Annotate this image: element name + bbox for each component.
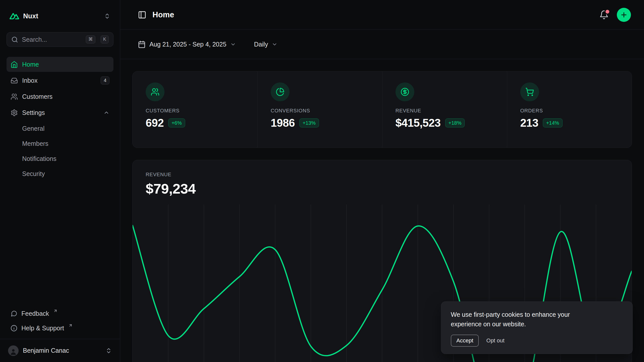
footer-link-label: Feedback [21,310,49,317]
circle-dollar-icon [395,82,414,101]
notification-dot [606,10,609,14]
chevron-down-icon [272,41,277,47]
stat-conversions[interactable]: CONVERSIONS 1986 +13% [257,71,382,148]
sidebar-item-label: Security [22,170,45,177]
period-select[interactable]: Daily [254,41,278,48]
external-link-icon [68,323,73,328]
stat-delta-badge: +13% [299,118,319,127]
cart-icon [520,82,539,101]
cookie-optout-button[interactable]: Opt out [481,335,509,347]
sidebar-item-settings[interactable]: Settings [7,105,113,120]
kbd-meta-key: ⌘ [86,35,95,43]
help-support-link[interactable]: Help & Support [7,321,113,335]
stat-delta-badge: +18% [445,118,465,127]
sidebar-item-general[interactable]: General [7,121,113,136]
stats-row: CUSTOMERS 692 +6% CONVERSIONS 1986 +13% [132,71,632,148]
inbox-count-badge: 4 [101,76,109,85]
user-name: Benjamin Canac [23,347,101,354]
date-range-label: Aug 21, 2025 - Sep 4, 2025 [149,41,226,48]
sidebar: Nuxt Search... ⌘ K Home [0,0,120,362]
search-placeholder: Search... [22,36,82,43]
search-icon [11,36,18,43]
period-label: Daily [254,41,268,48]
sidebar-item-security[interactable]: Security [7,166,113,181]
notifications-button[interactable] [599,10,609,20]
home-icon [11,61,18,68]
add-button[interactable] [617,8,631,22]
stat-delta-badge: +14% [543,118,562,127]
calendar-icon [138,40,146,48]
sidebar-nav: Home Inbox 4 Customers Settings [7,57,113,182]
stat-label: ORDERS [520,108,619,114]
stat-orders[interactable]: ORDERS 213 +14% [507,71,632,148]
inbox-icon [11,77,18,84]
external-link-icon [53,309,58,313]
cookie-banner: We use first-party cookies to enhance yo… [441,301,633,354]
search-input[interactable]: Search... ⌘ K [7,32,113,47]
chevrons-up-down-icon [104,13,110,19]
gear-icon [11,109,18,116]
sidebar-footer: Feedback Help & Support [0,306,120,339]
sidebar-item-label: Inbox [22,77,37,84]
workspace-name: Nuxt [23,12,100,20]
sidebar-item-home[interactable]: Home [7,57,113,72]
page-header: Home [120,0,644,30]
sidebar-item-label: Customers [22,93,53,100]
sidebar-item-label: Members [22,140,48,147]
user-menu[interactable]: Benjamin Canac [0,339,120,362]
sidebar-item-label: Notifications [22,155,56,162]
avatar [8,345,19,356]
stat-label: CONVERSIONS [271,108,369,114]
sidebar-item-notifications[interactable]: Notifications [7,151,113,166]
sidebar-item-label: Settings [22,109,45,116]
page-title: Home [152,10,174,19]
sidebar-item-label: Home [22,61,39,68]
chevron-up-icon [103,110,109,116]
filters-toolbar: Aug 21, 2025 - Sep 4, 2025 Daily [120,30,644,59]
stat-value: $415,523 [395,117,441,129]
nuxt-logo-icon [10,13,19,20]
revenue-chart-value: $79,234 [146,180,619,197]
date-range-picker[interactable]: Aug 21, 2025 - Sep 4, 2025 [138,40,236,48]
footer-link-label: Help & Support [21,325,64,332]
panel-left-icon[interactable] [138,11,146,19]
stat-value: 1986 [271,117,295,129]
pie-chart-icon [271,82,290,101]
stat-revenue[interactable]: REVENUE $415,523 +18% [382,71,507,148]
feedback-icon [11,310,17,317]
settings-children: General Members Notifications Security [7,121,113,181]
chevrons-up-down-icon [105,347,112,354]
sidebar-item-label: General [22,125,45,132]
kbd-k-key: K [101,35,109,43]
cookie-message: We use first-party cookies to enhance yo… [451,310,597,329]
sidebar-item-inbox[interactable]: Inbox 4 [7,73,113,88]
plus-icon [620,11,628,19]
users-icon [146,82,165,101]
feedback-link[interactable]: Feedback [7,306,113,321]
cookie-accept-button[interactable]: Accept [451,335,479,347]
dashboard-app: { "brand": { "name": "Nuxt" }, "colors":… [0,0,644,362]
workspace-switcher[interactable]: Nuxt [7,9,113,23]
stat-customers[interactable]: CUSTOMERS 692 +6% [133,71,257,148]
sidebar-item-members[interactable]: Members [7,136,113,151]
stat-label: CUSTOMERS [146,108,244,114]
info-icon [11,325,17,332]
users-icon [11,93,18,100]
sidebar-item-customers[interactable]: Customers [7,89,113,104]
chevron-down-icon [230,41,236,47]
stat-label: REVENUE [395,108,494,114]
stat-value: 692 [146,117,164,129]
stat-delta-badge: +6% [168,118,185,127]
stat-value: 213 [520,117,538,129]
revenue-chart-label: REVENUE [146,172,619,177]
